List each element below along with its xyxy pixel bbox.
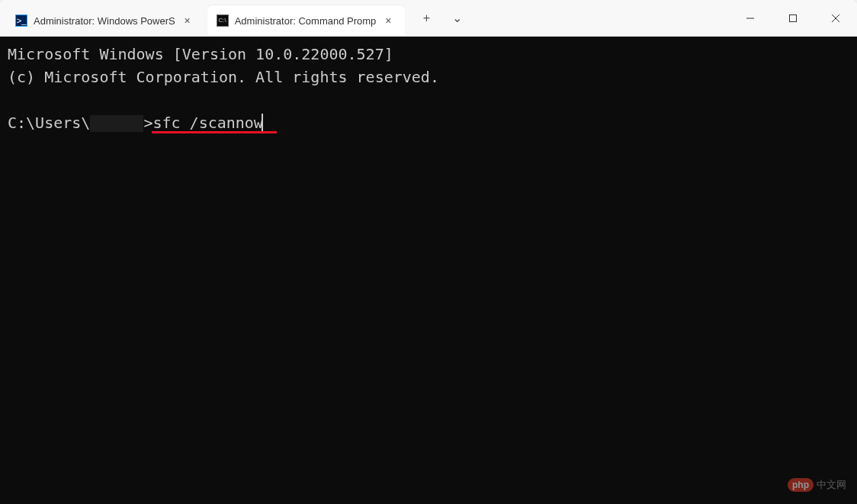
close-icon[interactable]: × bbox=[180, 13, 195, 28]
maximize-button[interactable] bbox=[772, 0, 814, 37]
titlebar[interactable]: >_ Administrator: Windows PowerS × C:\ A… bbox=[0, 0, 857, 37]
command-prompt-line: C:\Users\>sfc /scannow bbox=[8, 114, 263, 132]
svg-rect-1 bbox=[790, 15, 797, 22]
window-controls bbox=[729, 0, 857, 36]
command-text: sfc /scannow bbox=[152, 114, 263, 132]
tab-controls: + ⌄ bbox=[408, 0, 472, 36]
tab-command-prompt[interactable]: C:\ Administrator: Command Promp × bbox=[207, 5, 406, 36]
text-cursor bbox=[262, 114, 263, 132]
close-icon[interactable]: × bbox=[380, 13, 396, 28]
watermark-text: 中文网 bbox=[817, 478, 846, 492]
tab-dropdown-button[interactable]: ⌄ bbox=[441, 3, 472, 34]
titlebar-drag-area[interactable] bbox=[472, 0, 729, 36]
tab-strip: >_ Administrator: Windows PowerS × C:\ A… bbox=[0, 0, 408, 36]
terminal-window: >_ Administrator: Windows PowerS × C:\ A… bbox=[0, 0, 857, 504]
maximize-icon bbox=[789, 14, 797, 22]
tab-title: Administrator: Command Promp bbox=[235, 15, 377, 27]
prompt-suffix: > bbox=[143, 114, 152, 132]
minimize-icon bbox=[746, 14, 754, 22]
terminal-content[interactable]: Microsoft Windows [Version 10.0.22000.52… bbox=[0, 37, 857, 504]
watermark: php 中文网 bbox=[788, 478, 846, 492]
prompt-prefix: C:\Users\ bbox=[8, 114, 90, 132]
cmd-icon: C:\ bbox=[217, 14, 229, 27]
minimize-button[interactable] bbox=[729, 0, 772, 37]
close-button[interactable] bbox=[814, 0, 857, 37]
new-tab-button[interactable]: + bbox=[411, 3, 441, 34]
redacted-username bbox=[90, 115, 143, 132]
tab-powershell[interactable]: >_ Administrator: Windows PowerS × bbox=[6, 5, 204, 36]
watermark-logo: php bbox=[788, 478, 814, 492]
tab-title: Administrator: Windows PowerS bbox=[34, 15, 175, 27]
terminal-header-line2: (c) Microsoft Corporation. All rights re… bbox=[8, 68, 439, 86]
close-icon bbox=[832, 14, 839, 22]
powershell-icon: >_ bbox=[15, 14, 27, 27]
terminal-header-line1: Microsoft Windows [Version 10.0.22000.52… bbox=[8, 45, 393, 63]
annotation-underline bbox=[152, 131, 277, 133]
